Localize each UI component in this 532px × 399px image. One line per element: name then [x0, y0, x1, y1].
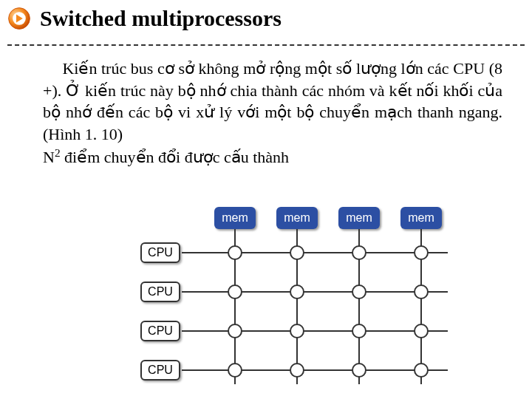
slide-header: Switched multiprocessors [0, 0, 532, 34]
svg-point-10 [228, 246, 242, 259]
svg-point-24 [352, 364, 366, 377]
svg-point-23 [290, 364, 304, 377]
svg-point-15 [290, 285, 304, 299]
body-p2-post: điểm chuyển đổi được cấu thành [61, 148, 290, 166]
mem-box: mem [338, 207, 380, 229]
svg-point-18 [228, 324, 242, 338]
body-p2-pre: N [43, 148, 55, 166]
arrow-bullet-icon [7, 7, 31, 30]
svg-point-11 [290, 246, 304, 259]
crossbar-grid [182, 229, 448, 384]
svg-point-13 [415, 246, 428, 259]
mem-box: mem [400, 207, 442, 229]
body-p1: Kiến trúc bus cơ sở không mở rộng một số… [43, 59, 502, 143]
svg-point-12 [352, 246, 366, 259]
cpu-box: CPU [140, 321, 180, 341]
title-divider [7, 44, 525, 46]
svg-point-14 [228, 285, 242, 299]
mem-row: mem mem mem mem [214, 207, 442, 229]
svg-point-22 [228, 364, 242, 377]
cpu-box: CPU [140, 282, 180, 302]
crossbar-diagram: mem mem mem mem CPU CPU CPU CPU [140, 207, 451, 392]
cpu-col: CPU CPU CPU CPU [140, 242, 180, 381]
cpu-box: CPU [140, 242, 180, 263]
mem-box: mem [214, 207, 256, 229]
svg-point-17 [415, 285, 428, 299]
svg-point-20 [352, 324, 366, 338]
slide-title: Switched multiprocessors [40, 6, 282, 31]
svg-point-16 [352, 285, 366, 299]
svg-point-19 [290, 324, 304, 338]
mem-box: mem [276, 207, 318, 229]
body-text: Kiến trúc bus cơ sở không mở rộng một số… [43, 58, 502, 168]
cpu-box: CPU [140, 360, 180, 381]
svg-point-25 [415, 364, 428, 377]
body-p2-sup: 2 [55, 146, 61, 159]
svg-point-21 [415, 324, 428, 338]
